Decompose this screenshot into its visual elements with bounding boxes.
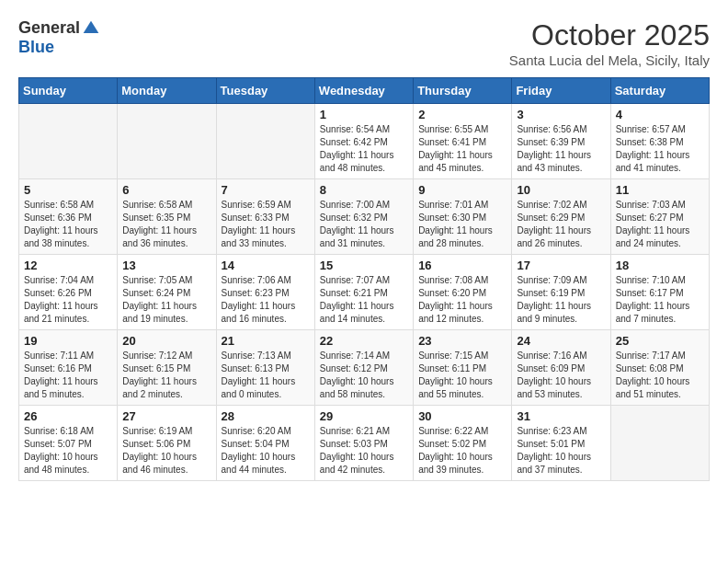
logo-icon: [82, 19, 100, 38]
calendar-cell: 8Sunrise: 7:00 AM Sunset: 6:32 PM Daylig…: [314, 179, 413, 255]
day-info: Sunrise: 7:03 AM Sunset: 6:27 PM Dayligh…: [616, 199, 704, 250]
calendar-cell: 2Sunrise: 6:55 AM Sunset: 6:41 PM Daylig…: [414, 104, 512, 179]
calendar-cell: 5Sunrise: 6:58 AM Sunset: 6:36 PM Daylig…: [19, 179, 118, 255]
calendar-cell: 11Sunrise: 7:03 AM Sunset: 6:27 PM Dayli…: [610, 179, 709, 255]
logo: General Blue: [18, 18, 100, 57]
calendar-cell: 13Sunrise: 7:05 AM Sunset: 6:24 PM Dayli…: [118, 255, 216, 330]
day-number: 6: [122, 183, 210, 197]
day-info: Sunrise: 7:17 AM Sunset: 6:08 PM Dayligh…: [616, 350, 704, 401]
day-header-friday: Friday: [512, 78, 610, 104]
day-info: Sunrise: 7:08 AM Sunset: 6:20 PM Dayligh…: [418, 274, 506, 326]
day-number: 9: [418, 183, 506, 197]
calendar-cell: [19, 104, 118, 179]
calendar-cell: 9Sunrise: 7:01 AM Sunset: 6:30 PM Daylig…: [414, 179, 512, 255]
day-info: Sunrise: 6:22 AM Sunset: 5:02 PM Dayligh…: [418, 425, 506, 477]
day-number: 20: [122, 334, 210, 348]
day-number: 1: [320, 108, 408, 121]
day-number: 11: [616, 183, 704, 197]
day-info: Sunrise: 7:04 AM Sunset: 6:26 PM Dayligh…: [24, 274, 112, 326]
day-info: Sunrise: 7:14 AM Sunset: 6:12 PM Dayligh…: [320, 350, 408, 401]
calendar-cell: [216, 104, 314, 179]
calendar-table: SundayMondayTuesdayWednesdayThursdayFrid…: [18, 77, 710, 481]
calendar-week-row: 5Sunrise: 6:58 AM Sunset: 6:36 PM Daylig…: [19, 179, 710, 255]
month-title: October 2025: [509, 18, 710, 52]
day-number: 5: [24, 183, 112, 197]
day-info: Sunrise: 6:57 AM Sunset: 6:38 PM Dayligh…: [616, 123, 704, 175]
calendar-cell: 19Sunrise: 7:11 AM Sunset: 6:16 PM Dayli…: [19, 330, 118, 406]
day-number: 16: [418, 259, 506, 272]
day-info: Sunrise: 7:16 AM Sunset: 6:09 PM Dayligh…: [517, 350, 605, 401]
day-info: Sunrise: 6:54 AM Sunset: 6:42 PM Dayligh…: [320, 123, 408, 175]
calendar-cell: 29Sunrise: 6:21 AM Sunset: 5:03 PM Dayli…: [314, 406, 413, 481]
calendar-cell: 16Sunrise: 7:08 AM Sunset: 6:20 PM Dayli…: [414, 255, 512, 330]
calendar-cell: 28Sunrise: 6:20 AM Sunset: 5:04 PM Dayli…: [216, 406, 314, 481]
page-header: General Blue October 2025 Santa Lucia de…: [18, 18, 710, 68]
day-number: 22: [320, 334, 408, 348]
day-info: Sunrise: 7:10 AM Sunset: 6:17 PM Dayligh…: [616, 274, 704, 326]
day-number: 14: [222, 259, 310, 272]
day-number: 17: [517, 259, 605, 272]
day-header-wednesday: Wednesday: [314, 78, 413, 104]
day-number: 21: [222, 334, 310, 348]
day-info: Sunrise: 6:20 AM Sunset: 5:04 PM Dayligh…: [222, 425, 310, 477]
day-number: 18: [616, 259, 704, 272]
calendar-cell: 22Sunrise: 7:14 AM Sunset: 6:12 PM Dayli…: [314, 330, 413, 406]
calendar-cell: 27Sunrise: 6:19 AM Sunset: 5:06 PM Dayli…: [118, 406, 216, 481]
location-subtitle: Santa Lucia del Mela, Sicily, Italy: [509, 52, 710, 68]
day-info: Sunrise: 7:00 AM Sunset: 6:32 PM Dayligh…: [320, 199, 408, 250]
day-info: Sunrise: 7:15 AM Sunset: 6:11 PM Dayligh…: [418, 350, 506, 401]
calendar-cell: 26Sunrise: 6:18 AM Sunset: 5:07 PM Dayli…: [19, 406, 118, 481]
calendar-cell: 6Sunrise: 6:58 AM Sunset: 6:35 PM Daylig…: [118, 179, 216, 255]
day-number: 23: [418, 334, 506, 348]
day-info: Sunrise: 6:19 AM Sunset: 5:06 PM Dayligh…: [122, 425, 210, 477]
calendar-cell: 20Sunrise: 7:12 AM Sunset: 6:15 PM Dayli…: [118, 330, 216, 406]
day-number: 15: [320, 259, 408, 272]
calendar-cell: 17Sunrise: 7:09 AM Sunset: 6:19 PM Dayli…: [512, 255, 610, 330]
calendar-cell: 18Sunrise: 7:10 AM Sunset: 6:17 PM Dayli…: [610, 255, 709, 330]
calendar-cell: 15Sunrise: 7:07 AM Sunset: 6:21 PM Dayli…: [314, 255, 413, 330]
calendar-week-row: 26Sunrise: 6:18 AM Sunset: 5:07 PM Dayli…: [19, 406, 710, 481]
title-section: October 2025 Santa Lucia del Mela, Sicil…: [509, 18, 710, 68]
day-number: 25: [616, 334, 704, 348]
svg-marker-0: [84, 20, 99, 32]
day-info: Sunrise: 6:23 AM Sunset: 5:01 PM Dayligh…: [517, 425, 605, 477]
day-info: Sunrise: 7:13 AM Sunset: 6:13 PM Dayligh…: [222, 350, 310, 401]
day-number: 8: [320, 183, 408, 197]
day-number: 31: [517, 409, 605, 423]
day-header-sunday: Sunday: [19, 78, 118, 104]
calendar-cell: 4Sunrise: 6:57 AM Sunset: 6:38 PM Daylig…: [610, 104, 709, 179]
calendar-cell: 31Sunrise: 6:23 AM Sunset: 5:01 PM Dayli…: [512, 406, 610, 481]
day-number: 19: [24, 334, 112, 348]
day-number: 4: [616, 108, 704, 121]
calendar-cell: 21Sunrise: 7:13 AM Sunset: 6:13 PM Dayli…: [216, 330, 314, 406]
day-number: 30: [418, 409, 506, 423]
day-info: Sunrise: 6:58 AM Sunset: 6:36 PM Dayligh…: [24, 199, 112, 250]
day-info: Sunrise: 7:06 AM Sunset: 6:23 PM Dayligh…: [222, 274, 310, 326]
day-number: 3: [517, 108, 605, 121]
day-header-thursday: Thursday: [414, 78, 512, 104]
day-number: 29: [320, 409, 408, 423]
calendar-cell: 10Sunrise: 7:02 AM Sunset: 6:29 PM Dayli…: [512, 179, 610, 255]
day-info: Sunrise: 7:12 AM Sunset: 6:15 PM Dayligh…: [122, 350, 210, 401]
calendar-header-row: SundayMondayTuesdayWednesdayThursdayFrid…: [19, 78, 710, 104]
day-info: Sunrise: 7:02 AM Sunset: 6:29 PM Dayligh…: [517, 199, 605, 250]
calendar-cell: 24Sunrise: 7:16 AM Sunset: 6:09 PM Dayli…: [512, 330, 610, 406]
day-number: 13: [122, 259, 210, 272]
day-info: Sunrise: 6:21 AM Sunset: 5:03 PM Dayligh…: [320, 425, 408, 477]
day-number: 27: [122, 409, 210, 423]
calendar-week-row: 12Sunrise: 7:04 AM Sunset: 6:26 PM Dayli…: [19, 255, 710, 330]
day-header-saturday: Saturday: [610, 78, 709, 104]
calendar-cell: 7Sunrise: 6:59 AM Sunset: 6:33 PM Daylig…: [216, 179, 314, 255]
day-number: 10: [517, 183, 605, 197]
day-info: Sunrise: 6:56 AM Sunset: 6:39 PM Dayligh…: [517, 123, 605, 175]
day-info: Sunrise: 6:55 AM Sunset: 6:41 PM Dayligh…: [418, 123, 506, 175]
calendar-cell: 30Sunrise: 6:22 AM Sunset: 5:02 PM Dayli…: [414, 406, 512, 481]
day-header-monday: Monday: [118, 78, 216, 104]
calendar-week-row: 19Sunrise: 7:11 AM Sunset: 6:16 PM Dayli…: [19, 330, 710, 406]
logo-general-text: General: [18, 18, 80, 38]
day-info: Sunrise: 6:59 AM Sunset: 6:33 PM Dayligh…: [222, 199, 310, 250]
day-info: Sunrise: 6:18 AM Sunset: 5:07 PM Dayligh…: [24, 425, 112, 477]
day-info: Sunrise: 7:05 AM Sunset: 6:24 PM Dayligh…: [122, 274, 210, 326]
logo-blue-text: Blue: [18, 38, 54, 57]
day-header-tuesday: Tuesday: [216, 78, 314, 104]
